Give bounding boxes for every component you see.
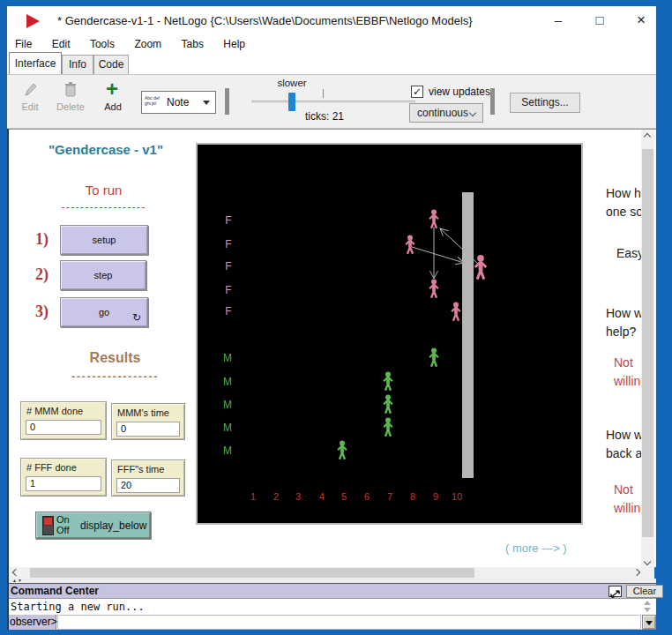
step-button[interactable]: step [60, 260, 146, 290]
menu-zoom[interactable]: Zoom [126, 36, 169, 52]
switch-off-label: Off [56, 525, 69, 535]
female-row-label: F [225, 260, 231, 273]
chevron-down-icon [469, 109, 476, 116]
netlogo-app-icon [26, 14, 40, 28]
command-center-output: Starting a new run... [7, 598, 656, 615]
speed-slider-thumb[interactable] [288, 93, 295, 111]
display-below-switch[interactable]: On Off display_below [35, 512, 151, 539]
monitor-value: 0 [116, 422, 180, 437]
wall-patch [462, 192, 474, 478]
female-row-label: F [225, 214, 231, 227]
panel-left-edge [7, 129, 9, 630]
monitor-mmm-time: MMM's time 0 [111, 403, 185, 440]
female-row-label: F [225, 305, 231, 318]
ticks-counter: ticks: 21 [280, 110, 369, 123]
widget-type-icon: Abc def ghi jkl [145, 95, 160, 106]
person-turtle[interactable] [429, 347, 438, 366]
model-title-note: "Gendercase - v1" [18, 142, 194, 157]
window-title: * Gendercase-v1-1 - NetLogo {C:\Users\Wa… [57, 6, 473, 35]
scroll-up-button[interactable] [641, 130, 654, 144]
minimize-button[interactable]: – [543, 6, 573, 35]
history-dropdown-button[interactable] [642, 615, 656, 630]
close-button[interactable]: × [626, 6, 656, 35]
scroll-down-button[interactable] [641, 554, 654, 567]
tab-code[interactable]: Code [93, 55, 129, 74]
speed-slider-notch [323, 89, 324, 98]
x-axis-number: 3 [295, 491, 301, 502]
person-turtle[interactable] [429, 209, 438, 228]
expand-icon[interactable] [609, 586, 622, 597]
person-turtle[interactable] [338, 440, 347, 459]
monitor-label: MMM's time [117, 407, 169, 418]
more-note: ( more ---> ) [505, 542, 567, 555]
to-run-divider: ------------------ [18, 200, 190, 213]
person-turtle[interactable] [475, 255, 487, 280]
output-scroll-arrows[interactable] [644, 601, 652, 613]
turtle-link [412, 247, 464, 263]
widget-type-dropdown[interactable]: Abc def ghi jkl Note [141, 91, 216, 114]
tab-info[interactable]: Info [62, 55, 93, 74]
menu-file[interactable]: File [7, 36, 40, 52]
results-divider: ----------------- [29, 370, 201, 383]
monitor-value: 0 [26, 420, 101, 435]
interface-canvas: "Gendercase - v1" To run ---------------… [7, 129, 656, 567]
monitor-mmm-done: # MMM done 0 [20, 401, 107, 440]
monitor-fff-time: FFF"s time 20 [111, 459, 185, 497]
male-row-label: M [223, 422, 232, 434]
world-view[interactable]: FFFFFMMMMM12345678910 [196, 143, 583, 525]
view-updates-checkbox[interactable]: ✓ [411, 86, 423, 98]
view-updates-label: view updates [429, 86, 490, 98]
switch-knob[interactable] [43, 517, 53, 526]
scrollbar-thumb[interactable] [30, 568, 474, 578]
tab-interface[interactable]: Interface [9, 52, 62, 74]
scroll-right-button[interactable] [630, 567, 644, 579]
setup-button[interactable]: setup [60, 225, 148, 255]
observer-prompt[interactable]: observer> [7, 615, 56, 630]
person-turtle[interactable] [384, 394, 392, 413]
dropdown-arrow-icon [203, 101, 210, 105]
male-row-label: M [223, 376, 232, 388]
monitor-value: 1 [26, 476, 101, 491]
speed-slider-track[interactable] [251, 101, 415, 103]
x-axis-number: 1 [250, 491, 256, 502]
vertical-scrollbar[interactable] [641, 130, 654, 567]
monitor-fff-done: # FFF done 1 [20, 458, 107, 497]
person-turtle[interactable] [406, 235, 414, 253]
horizontal-scrollbar[interactable] [7, 567, 654, 579]
results-heading: Results [29, 350, 201, 366]
add-button[interactable]: Add [93, 101, 132, 112]
monitor-label: # FFF done [26, 462, 77, 473]
step-number-3: 3) [35, 303, 49, 321]
person-turtle[interactable] [384, 417, 392, 436]
add-plus-icon: + [106, 77, 118, 101]
scrollbar-thumb[interactable] [642, 149, 653, 537]
x-axis-number: 8 [410, 491, 415, 502]
widget-type-value: Note [167, 92, 189, 113]
tab-bar: Interface Info Code [7, 51, 656, 74]
output-text: Starting a new run... [11, 601, 145, 613]
command-center-header: Command Center Clear [7, 583, 656, 598]
menu-tools[interactable]: Tools [82, 36, 123, 52]
person-turtle[interactable] [384, 371, 392, 390]
maximize-button[interactable]: □ [585, 6, 615, 35]
command-input[interactable] [57, 615, 641, 630]
delete-button[interactable]: Delete [51, 101, 90, 112]
command-center-input-row: observer> [7, 615, 656, 630]
settings-button[interactable]: Settings... [510, 93, 580, 113]
speed-slider-label: slower [257, 78, 327, 88]
clear-button[interactable]: Clear [626, 585, 663, 598]
male-row-label: M [223, 444, 232, 457]
title-bar: * Gendercase-v1-1 - NetLogo {C:\Users\Wa… [7, 6, 656, 35]
go-button[interactable]: go ↻ [60, 297, 148, 327]
menu-tabs[interactable]: Tabs [174, 36, 212, 52]
delete-trash-icon [63, 81, 78, 98]
menu-edit[interactable]: Edit [44, 36, 78, 52]
menu-help[interactable]: Help [215, 36, 253, 52]
edit-button[interactable]: Edit [11, 101, 49, 112]
world-canvas: FFFFFMMMMM12345678910 [198, 145, 581, 523]
x-axis-number: 9 [433, 491, 438, 502]
person-turtle[interactable] [429, 279, 438, 297]
update-mode-dropdown[interactable]: continuous [409, 103, 483, 123]
person-turtle[interactable] [452, 302, 460, 320]
switch-on-label: On [56, 514, 70, 525]
